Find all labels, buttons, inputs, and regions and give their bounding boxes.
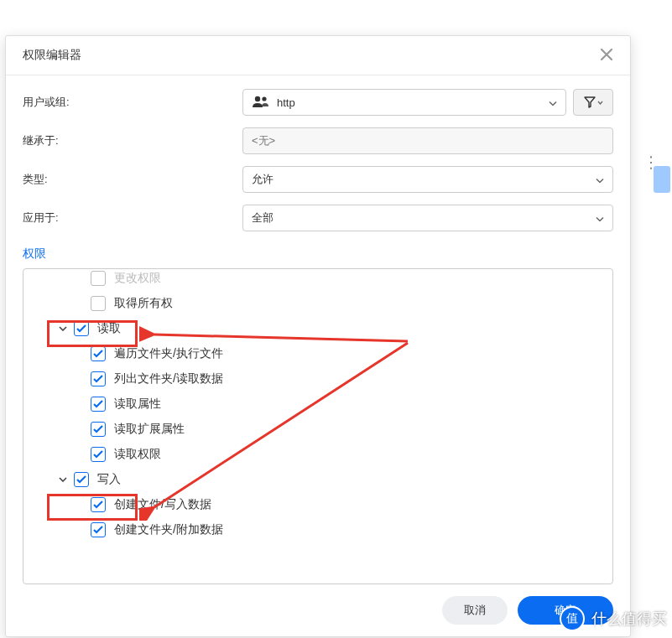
checkbox[interactable] — [74, 321, 89, 336]
perm-label: 读取 — [97, 321, 121, 336]
row-user-group: 用户或组: http — [23, 89, 613, 116]
perm-label: 读取扩展属性 — [114, 422, 185, 437]
perm-change-permissions[interactable]: 更改权限 — [23, 269, 612, 291]
checkbox[interactable] — [91, 447, 106, 462]
caret-down-icon — [597, 101, 603, 105]
label-type: 类型: — [23, 172, 242, 187]
perm-read-permissions[interactable]: 读取权限 — [23, 442, 612, 467]
label-inherit: 继承于: — [23, 133, 242, 148]
perm-label: 创建文件夹/附加数据 — [114, 522, 223, 537]
permissions-section-label: 权限 — [23, 246, 613, 262]
checkbox[interactable] — [91, 371, 106, 386]
permissions-scroll[interactable]: 更改权限 取得所有权 读取 遍历文件夹/执行文件 列出文件夹 — [23, 269, 612, 584]
row-apply: 应用于: 全部 — [23, 205, 613, 231]
chevron-down-icon[interactable] — [57, 474, 69, 485]
watermark-badge: 值 — [560, 606, 585, 631]
checkbox[interactable] — [91, 397, 106, 412]
background-selection — [654, 166, 670, 193]
inherit-field: <无> — [242, 127, 613, 154]
perm-read-group[interactable]: 读取 — [23, 316, 612, 341]
perm-read-attributes[interactable]: 读取属性 — [23, 392, 612, 417]
checkbox[interactable] — [74, 472, 89, 487]
checkbox[interactable] — [91, 346, 106, 361]
filter-button[interactable] — [573, 89, 613, 116]
perm-label: 更改权限 — [114, 271, 161, 286]
user-group-select[interactable]: http — [242, 89, 566, 116]
watermark: 值 什么值得买 — [560, 606, 667, 631]
checkbox[interactable] — [91, 271, 106, 286]
perm-label: 创建文件/写入数据 — [114, 497, 211, 512]
modal-footer: 取消 确定 — [6, 596, 630, 636]
user-group-value: http — [277, 96, 295, 109]
watermark-text: 什么值得买 — [591, 609, 667, 629]
modal-title: 权限编辑器 — [23, 48, 81, 63]
perm-list-read-data[interactable]: 列出文件夹/读取数据 — [23, 366, 612, 392]
row-inherit: 继承于: <无> — [23, 127, 613, 154]
perm-label: 取得所有权 — [114, 296, 173, 311]
checkbox[interactable] — [91, 497, 106, 512]
close-icon — [600, 48, 613, 61]
permission-editor-modal: 权限编辑器 用户或组: http — [5, 35, 631, 637]
modal-header: 权限编辑器 — [6, 36, 630, 75]
perm-label: 写入 — [97, 472, 121, 487]
perm-write-group[interactable]: 写入 — [23, 467, 612, 492]
label-user-group: 用户或组: — [23, 95, 242, 110]
perm-take-ownership[interactable]: 取得所有权 — [23, 291, 612, 316]
cancel-button[interactable]: 取消 — [442, 596, 508, 625]
permissions-box: 更改权限 取得所有权 读取 遍历文件夹/执行文件 列出文件夹 — [23, 268, 613, 584]
apply-select[interactable]: 全部 — [242, 205, 613, 231]
apply-value: 全部 — [252, 210, 273, 226]
perm-create-folders[interactable]: 创建文件夹/附加数据 — [23, 517, 612, 542]
checkbox[interactable] — [91, 522, 106, 537]
perm-label: 读取属性 — [114, 397, 161, 412]
type-value: 允许 — [252, 172, 273, 187]
inherit-value: <无> — [252, 133, 275, 148]
perm-label: 读取权限 — [114, 447, 161, 462]
svg-point-0 — [255, 96, 260, 101]
caret-down-icon — [596, 212, 604, 225]
close-button[interactable] — [600, 46, 613, 65]
checkbox[interactable] — [91, 296, 106, 311]
perm-label: 列出文件夹/读取数据 — [114, 371, 223, 386]
funnel-icon — [584, 96, 596, 108]
checkbox[interactable] — [91, 422, 106, 437]
chevron-down-icon[interactable] — [57, 323, 69, 335]
perm-read-ext-attributes[interactable]: 读取扩展属性 — [23, 417, 612, 442]
caret-down-icon — [596, 174, 604, 186]
svg-point-1 — [262, 96, 266, 101]
type-select[interactable]: 允许 — [242, 166, 613, 193]
modal-body: 用户或组: http 继承于: — [6, 75, 630, 596]
perm-create-files[interactable]: 创建文件/写入数据 — [23, 492, 612, 517]
perm-label: 遍历文件夹/执行文件 — [114, 346, 223, 361]
label-apply: 应用于: — [23, 210, 242, 226]
perm-traverse-execute[interactable]: 遍历文件夹/执行文件 — [23, 341, 612, 366]
caret-down-icon — [549, 96, 557, 109]
row-type: 类型: 允许 — [23, 166, 613, 193]
users-icon — [252, 95, 270, 111]
